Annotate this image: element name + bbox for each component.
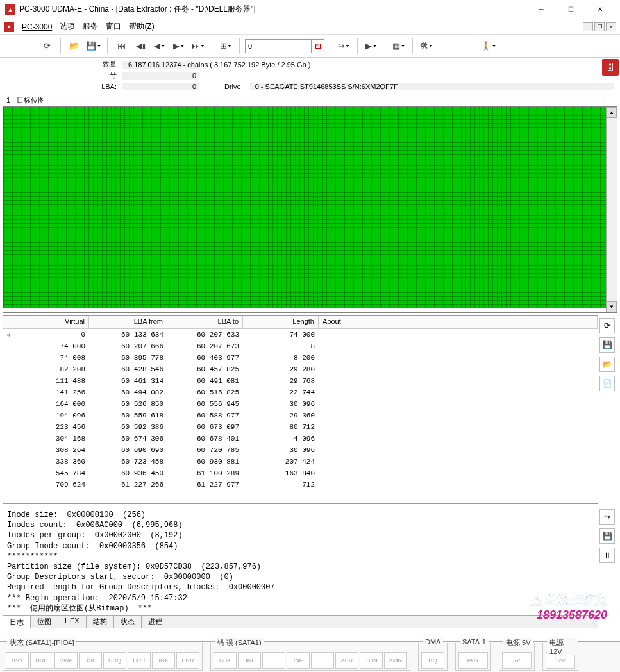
- table-row[interactable]: 111 48860 461 31460 491 08129 768: [3, 375, 598, 387]
- count-value: 6 187 016 12374 - chains ( 3 167 752 192…: [128, 61, 310, 69]
- prev2-button[interactable]: ◀▼: [151, 38, 168, 55]
- bitmap-label: 1 - 目标位图: [0, 93, 620, 106]
- log-pause-button[interactable]: ⏸: [599, 548, 615, 563]
- grid-button[interactable]: ⊞▼: [217, 38, 234, 55]
- table-row[interactable]: 74 00060 207 66660 207 6738: [3, 340, 598, 352]
- tab-struct[interactable]: 结构: [87, 616, 114, 628]
- num-label: 号: [6, 71, 122, 80]
- col-lba-to[interactable]: LBA to: [167, 316, 243, 328]
- address-input[interactable]: [245, 39, 312, 53]
- mdi-close[interactable]: ×: [606, 22, 616, 31]
- err-amn: AMN: [384, 652, 407, 669]
- chain-table: Virtual LBA from LBA to Length About ➪06…: [3, 315, 598, 504]
- first-button[interactable]: ⏮: [113, 38, 130, 55]
- table-row[interactable]: 338 36060 723 45860 930 881207 424: [3, 456, 598, 467]
- log-export-button[interactable]: ↪: [599, 509, 615, 525]
- table-row[interactable]: 164 00060 526 85060 556 94530 096: [3, 398, 598, 410]
- scroll-down-icon[interactable]: ▼: [607, 301, 617, 312]
- drive-label: Drive: [224, 83, 241, 90]
- table-body[interactable]: ➪060 133 63460 207 63374 00074 00060 207…: [3, 329, 598, 502]
- table-side-buttons: ⟳ 💾 📂 📄: [598, 315, 617, 504]
- grid2-button[interactable]: ▦▼: [390, 38, 407, 55]
- sata1-label: SATA-1: [460, 638, 489, 646]
- log-save-button[interactable]: 💾: [599, 528, 615, 544]
- title-bar: ▲ PC-3000 UDMA-E - China - [Data Extract…: [0, 0, 620, 19]
- exit-button[interactable]: 🚶▼: [480, 38, 497, 55]
- col-lba-from[interactable]: LBA from: [89, 316, 167, 328]
- drive-value: 0 - SEAGATE ST9146853SS S/N:6XM2QF7F: [250, 83, 614, 90]
- table-row[interactable]: 308 26460 690 69060 720 78530 096: [3, 444, 598, 456]
- table-open-button[interactable]: 📂: [599, 357, 615, 372]
- sata1-phy: PHY: [458, 652, 488, 669]
- right-panel: 🗄: [601, 58, 620, 96]
- err-unc: UNC: [238, 652, 261, 669]
- open-button[interactable]: 📂: [66, 38, 83, 55]
- log-text[interactable]: Inode size: 0x00000100 (256) Inodes coun…: [3, 507, 598, 615]
- chain-table-wrapper: Virtual LBA from LBA to Length About ➪06…: [3, 315, 617, 504]
- export-button[interactable]: ↪▼: [335, 38, 352, 55]
- close-button[interactable]: ✕: [585, 1, 615, 19]
- tab-status[interactable]: 状态: [114, 616, 142, 628]
- err-abr: ABR: [335, 652, 358, 669]
- table-doc-button[interactable]: 📄: [599, 376, 615, 391]
- power12v-label: 电源 12V: [547, 638, 578, 655]
- tools-button[interactable]: 🛠▼: [418, 38, 435, 55]
- menu-pc3000[interactable]: PC-3000: [22, 22, 52, 31]
- sata1-group: SATA-1 PHY: [455, 643, 491, 671]
- col-virtual[interactable]: Virtual: [13, 316, 89, 328]
- tab-process[interactable]: 进程: [142, 616, 169, 628]
- current-row-icon: ➪: [7, 332, 12, 339]
- table-row[interactable]: 304 16860 674 30660 678 4014 096: [3, 433, 598, 444]
- refresh-button[interactable]: ⟳: [38, 38, 55, 55]
- status-dwf: DWF: [54, 652, 78, 669]
- save-button[interactable]: 💾▼: [85, 38, 102, 55]
- table-row[interactable]: 223 45660 592 38660 673 09780 712: [3, 421, 598, 433]
- log-panel: Inode size: 0x00000100 (256) Inodes coun…: [3, 507, 598, 628]
- status-dsc: DSC: [79, 652, 102, 669]
- next-button[interactable]: ▶▼: [171, 38, 187, 55]
- status-drd: DRD: [30, 652, 53, 669]
- last-button[interactable]: ⏭▼: [190, 38, 206, 55]
- dma-label: DMA: [423, 638, 443, 646]
- minimize-button[interactable]: ─: [526, 1, 556, 19]
- scroll-up-icon[interactable]: ▲: [607, 107, 617, 118]
- status-bar: 状态 (SATA1)-[PIO4] BSY DRD DWF DSC DRQ CR…: [0, 641, 620, 672]
- tab-bitmap[interactable]: 位图: [31, 616, 58, 628]
- database-icon[interactable]: 🗄: [602, 59, 619, 76]
- mdi-minimize[interactable]: _: [583, 22, 593, 31]
- err-blank1: [262, 652, 285, 669]
- table-save-button[interactable]: 💾: [599, 337, 615, 353]
- main-toolbar: ⟳ 📂 💾▼ ⏮ ◀▮ ◀▼ ▶▼ ⏭▼ ⊞▼ D↓ ↪▼ ▶▼ ▦▼ 🛠▼ 🚶…: [0, 35, 620, 58]
- power5v-group: 电源 5V 5V: [499, 643, 535, 671]
- menu-bar: ▲ PC-3000 选项 服务 窗口 帮助(Z) _ ❐ ×: [0, 19, 620, 35]
- mdi-restore[interactable]: ❐: [594, 22, 605, 31]
- dma-rq: RQ: [421, 652, 444, 669]
- table-row[interactable]: 82 20860 428 54660 457 82529 280: [3, 364, 598, 375]
- play-button[interactable]: ▶▼: [363, 38, 380, 55]
- go-button[interactable]: D↓: [312, 39, 324, 53]
- power12v-group: 电源 12V 12V: [542, 643, 578, 671]
- table-row[interactable]: 709 62461 227 26661 227 977712: [3, 479, 598, 491]
- menu-help[interactable]: 帮助(Z): [129, 21, 154, 32]
- table-row[interactable]: 194 09660 559 61860 588 97729 360: [3, 410, 598, 421]
- table-row[interactable]: 74 00860 395 77860 403 9778 200: [3, 352, 598, 364]
- col-length[interactable]: Length: [243, 316, 319, 328]
- bitmap-scrollbar[interactable]: ▲ ▼: [606, 107, 617, 312]
- bitmap-panel: ▲ ▼: [3, 106, 617, 313]
- col-about[interactable]: About: [319, 316, 598, 328]
- menu-service[interactable]: 服务: [83, 21, 98, 32]
- bitmap-canvas[interactable]: [3, 107, 606, 312]
- status-crr: CRR: [128, 652, 151, 669]
- table-row[interactable]: 545 78460 936 45061 100 289163 840: [3, 467, 598, 479]
- table-row[interactable]: ➪060 133 63460 207 63374 000: [3, 329, 598, 340]
- maximize-button[interactable]: ☐: [556, 1, 585, 19]
- tab-log[interactable]: 日志: [3, 616, 31, 628]
- prev-button[interactable]: ◀▮: [132, 38, 149, 55]
- tab-hex[interactable]: HEX: [58, 616, 87, 628]
- menu-options[interactable]: 选项: [60, 21, 75, 32]
- table-row[interactable]: 141 25660 494 08260 516 82522 744: [3, 387, 598, 398]
- err-ton: TON: [360, 652, 383, 669]
- table-refresh-button[interactable]: ⟳: [599, 318, 615, 333]
- log-side-buttons: ↪ 💾 ⏸: [598, 507, 617, 628]
- menu-window[interactable]: 窗口: [106, 21, 121, 32]
